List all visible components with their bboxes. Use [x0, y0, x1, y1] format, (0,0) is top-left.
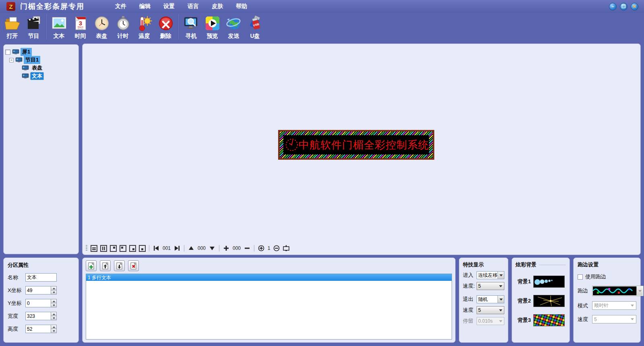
delete-item-button[interactable] [128, 260, 139, 271]
add-item-button[interactable] [86, 260, 97, 271]
chevron-down-icon [497, 272, 504, 279]
background2-thumbnail[interactable] [533, 295, 565, 307]
border-speed-select: 5 [592, 315, 636, 323]
border-pattern-select[interactable] [592, 286, 644, 296]
background3-thumbnail[interactable] [533, 314, 565, 326]
maximize-button[interactable]: ❐ [620, 3, 627, 10]
dial-button[interactable]: 表盘 [91, 13, 112, 40]
exit-speed-label: 速度 [463, 307, 477, 314]
open-button[interactable]: 打开 [2, 13, 23, 40]
enter-speed-select[interactable]: 5 [477, 282, 504, 290]
name-input[interactable] [25, 273, 57, 282]
led-stripe-border: 中航软件门楣全彩控制系统 [280, 132, 433, 158]
temperature-button[interactable]: 温度 [134, 13, 155, 40]
exit-effect-select[interactable]: 随机 [477, 295, 504, 303]
last-page-button[interactable] [173, 244, 181, 252]
monitor-icon [12, 49, 19, 55]
tree-item-screen[interactable]: 屏1 [5, 48, 77, 56]
exit-speed-select[interactable]: 5 [477, 306, 504, 314]
delete-x-icon [157, 14, 174, 32]
find-device-button[interactable]: 寻机 [180, 13, 202, 40]
zoom-out-button[interactable] [272, 244, 281, 252]
partition-panel-title: 分区属性 [8, 262, 74, 269]
x-coordinate-input[interactable] [25, 286, 51, 295]
text-button[interactable]: 文本 [48, 13, 70, 40]
width-input[interactable] [25, 312, 51, 320]
open-folder-icon [4, 14, 21, 32]
program-tree-panel: 屏1 − 节目1 表盘 文本 [3, 44, 79, 254]
menu-file[interactable]: 文件 [109, 0, 133, 12]
align-bottom-right-button[interactable] [128, 244, 136, 252]
align-vertical-center-button[interactable] [99, 244, 107, 252]
collapse-minus-icon[interactable]: − [9, 58, 14, 62]
tree-item-program[interactable]: − 节目1 [9, 56, 77, 64]
preview-canvas[interactable]: 中航软件门楣全彩控制系统 001 000 [82, 43, 641, 255]
canvas-nav-toolbar: 001 000 000 1 [86, 243, 290, 253]
tree-item-dial[interactable]: 表盘 [21, 64, 77, 72]
menu-language[interactable]: 语言 [181, 0, 205, 12]
list-item-multiline-text[interactable]: 1 多行文本 [86, 274, 452, 281]
screen-checkbox[interactable] [5, 49, 10, 55]
height-input[interactable] [25, 325, 51, 333]
align-top-right-button[interactable] [109, 244, 117, 252]
menubar: 文件 编辑 设置 语言 皮肤 帮助 [109, 0, 254, 12]
chevron-down-icon [629, 316, 636, 323]
border-speed-label: 速度 [578, 316, 592, 323]
delete-button[interactable]: 删除 [155, 13, 176, 40]
fit-screen-button[interactable] [282, 244, 290, 252]
increase-button[interactable] [222, 244, 230, 252]
send-button[interactable]: 发送 [223, 13, 244, 40]
align-bottom-center-button[interactable] [138, 244, 146, 252]
background3-label: 背景3 [516, 317, 533, 324]
menu-help[interactable]: 帮助 [229, 0, 254, 12]
monitor-icon [22, 65, 29, 71]
led-preview[interactable]: 中航软件门楣全彩控制系统 [278, 130, 434, 160]
menu-skin[interactable]: 皮肤 [205, 0, 229, 12]
first-page-button[interactable] [152, 244, 160, 252]
picture-icon [51, 14, 68, 32]
close-button[interactable]: ✕ [631, 3, 638, 10]
stay-time-label: 停留 [463, 317, 477, 325]
play-preview-icon [204, 14, 221, 32]
background1-thumbnail[interactable] [533, 276, 565, 288]
menu-edit[interactable]: 编辑 [133, 0, 157, 12]
move-up-button[interactable] [100, 260, 111, 271]
background2-label: 背景2 [516, 297, 533, 305]
use-border-checkbox[interactable] [578, 274, 583, 280]
led-scroll-text: 中航软件门楣全彩控制系统 [299, 138, 429, 152]
border-pattern-preview [593, 286, 636, 295]
time-button[interactable]: 3 March Monday 时间 [70, 13, 91, 40]
name-label: 名称 [8, 274, 25, 281]
main-toolbar: 打开 节目 文本 3 Ma [0, 13, 644, 43]
y-spinner[interactable] [51, 299, 57, 307]
width-label: 宽度 [8, 313, 25, 320]
enter-effect-select[interactable]: 连续左移 [477, 271, 504, 279]
align-horizontal-center-button[interactable] [90, 244, 98, 252]
zoom-in-button[interactable] [257, 244, 265, 252]
chevron-down-icon [497, 282, 504, 290]
tree-item-text[interactable]: 文本 [21, 72, 77, 80]
menu-settings[interactable]: 设置 [157, 0, 181, 12]
clock-icon [93, 14, 110, 32]
align-top-left-button[interactable] [119, 244, 127, 252]
toolbar-grip[interactable] [86, 245, 87, 251]
usb-button[interactable]: USB U盘 [244, 13, 266, 40]
decrease-button[interactable] [243, 244, 251, 252]
y-coordinate-input[interactable] [25, 299, 51, 307]
minimize-button[interactable]: – [609, 3, 617, 10]
monitor-icon [15, 57, 23, 63]
app-title: 门楣全彩条屏专用 [20, 2, 85, 11]
move-down-button[interactable] [114, 260, 125, 271]
page-number: 001 [162, 245, 171, 251]
x-spinner[interactable] [51, 286, 57, 295]
program-button[interactable]: 节目 [23, 13, 44, 40]
width-spinner[interactable] [51, 312, 57, 320]
row-down-button[interactable] [208, 244, 216, 252]
content-list[interactable]: 1 多行文本 [86, 274, 452, 340]
background1-label: 背景1 [516, 278, 533, 285]
enter-speed-label: 速度: [463, 282, 477, 290]
timer-button[interactable]: 计时 [112, 13, 134, 40]
height-spinner[interactable] [51, 325, 57, 333]
row-up-button[interactable] [187, 244, 195, 252]
preview-button[interactable]: 预览 [202, 13, 223, 40]
